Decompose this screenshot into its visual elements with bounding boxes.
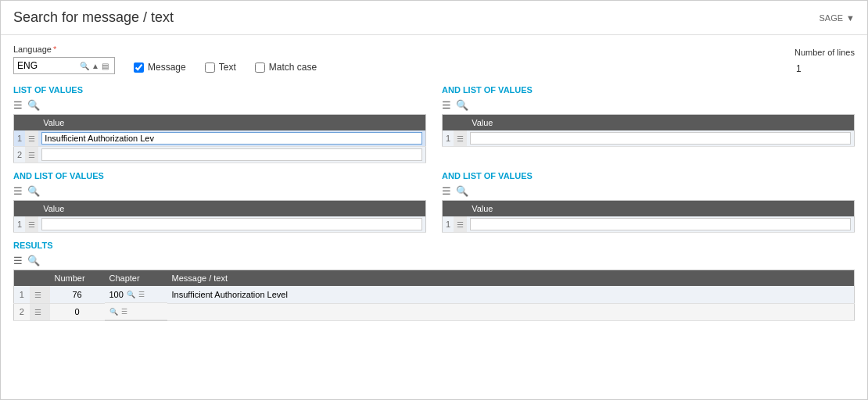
row-actions: ☰	[454, 216, 467, 233]
table-row: 1 ☰ 76 100 🔍☰ Insufficient Authorization…	[14, 286, 855, 303]
result-chapter: 🔍☰	[105, 303, 167, 320]
page-title: Search for message / text	[13, 9, 174, 26]
language-nav-up-icon[interactable]: ▲	[91, 61, 100, 71]
sections-row-1: LIST OF VALUES ☰ 🔍 Value	[13, 85, 855, 163]
search-icon-3[interactable]: 🔍	[27, 185, 40, 197]
value-input-2-1[interactable]	[470, 132, 851, 145]
text-checkbox-group: Text	[205, 62, 236, 73]
result-menu-icon[interactable]: ☰	[34, 308, 41, 316]
search-icon-1[interactable]: 🔍	[27, 99, 40, 111]
result-row-actions: ☰	[30, 286, 50, 303]
value-input-1-1[interactable]	[41, 132, 422, 145]
table-row: 1 ☰	[443, 130, 855, 147]
value-cell	[467, 216, 854, 233]
row-num: 1	[14, 216, 26, 233]
list-of-values-toolbar: ☰ 🔍	[13, 99, 426, 111]
dropdown-arrow-icon[interactable]: ▼	[846, 13, 855, 23]
and-list-of-values-table-2: Value 1 ☰	[13, 200, 426, 233]
row-num: 1	[443, 216, 454, 233]
copy-inline-icon-2[interactable]: ☰	[121, 308, 127, 316]
th-act-3	[25, 201, 38, 217]
result-menu-icon[interactable]: ☰	[34, 291, 41, 299]
row-menu-icon[interactable]: ☰	[28, 220, 35, 229]
sections-row-2: AND LIST OF VALUES ☰ 🔍 Value	[13, 171, 855, 233]
th-number: Number	[50, 270, 105, 287]
and-list-of-values-table-3: Value 1 ☰	[442, 200, 855, 233]
search-inline-icon-2[interactable]: 🔍	[109, 308, 118, 316]
value-input-1-2[interactable]	[41, 148, 422, 161]
th-value-1: Value	[38, 115, 425, 131]
list-icon-3[interactable]: ☰	[13, 185, 23, 197]
th-act-4	[454, 201, 467, 217]
results-search-icon[interactable]: 🔍	[27, 255, 40, 266]
search-inline-icon[interactable]: 🔍	[127, 291, 135, 298]
list-icon-1[interactable]: ☰	[13, 99, 23, 111]
results-list-icon[interactable]: ☰	[13, 255, 23, 266]
text-checkbox[interactable]	[205, 62, 215, 73]
value-cell	[467, 130, 854, 147]
list-of-values-panel: LIST OF VALUES ☰ 🔍 Value	[13, 85, 426, 163]
result-number: 76	[50, 286, 105, 303]
and-list-of-values-title-3: AND LIST OF VALUES	[442, 171, 855, 180]
search-icon-2[interactable]: 🔍	[456, 99, 468, 111]
value-cell	[38, 216, 425, 233]
num-lines-group: Number of lines 1	[794, 48, 855, 74]
and-list-of-values-panel-3: AND LIST OF VALUES ☰ 🔍 Value	[442, 171, 855, 233]
value-input-3-1[interactable]	[41, 218, 422, 230]
row-menu-icon[interactable]: ☰	[457, 220, 464, 229]
message-checkbox-group: Message	[134, 62, 186, 73]
language-search-icon[interactable]: 🔍	[79, 61, 90, 71]
and-list-of-values-panel-1: AND LIST OF VALUES ☰ 🔍 Value	[442, 85, 855, 163]
copy-inline-icon[interactable]: ☰	[138, 291, 145, 298]
results-table: Number Chapter Message / text 1 ☰ 76 100…	[13, 270, 855, 321]
row-num: 1	[443, 130, 454, 147]
content-area: Language * 🔍 ▲ ▤ Message	[1, 35, 867, 399]
required-star: *	[53, 45, 56, 54]
language-input[interactable]	[14, 59, 77, 73]
th-act-1	[25, 115, 38, 131]
th-num-3	[14, 201, 26, 217]
table-row: 1 ☰	[14, 130, 426, 147]
row-actions: ☰	[454, 130, 467, 147]
table-row: 1 ☰	[14, 216, 426, 233]
results-section: RESULTS ☰ 🔍 Number Chapter Message / tex…	[13, 241, 855, 321]
table-row: 2 ☰ 0 🔍☰	[14, 303, 855, 321]
language-input-wrapper[interactable]: 🔍 ▲ ▤	[13, 57, 115, 74]
result-row-num: 1	[14, 286, 30, 303]
and-list-toolbar-2: ☰ 🔍	[13, 185, 426, 197]
num-lines-label: Number of lines	[794, 48, 855, 57]
th-row-num	[14, 270, 30, 287]
row-menu-icon[interactable]: ☰	[457, 134, 464, 143]
match-case-checkbox[interactable]	[255, 62, 265, 73]
row-num: 2	[14, 147, 26, 163]
list-of-values-table: Value 1 ☰	[13, 114, 426, 163]
row-actions: ☰	[25, 130, 38, 147]
language-field-group: Language * 🔍 ▲ ▤	[13, 45, 115, 74]
sage-label: SAGE ▼	[820, 13, 855, 23]
value-input-4-1[interactable]	[470, 218, 851, 230]
match-case-checkbox-group: Match case	[255, 62, 317, 73]
list-icon-4[interactable]: ☰	[442, 185, 451, 197]
table-row: 1 ☰	[443, 216, 855, 233]
search-icon-4[interactable]: 🔍	[456, 185, 468, 197]
text-label: Text	[219, 62, 236, 73]
th-row-act	[30, 270, 50, 287]
th-value-2: Value	[467, 115, 854, 131]
result-chapter: 100 🔍☰	[105, 286, 167, 303]
row-menu-icon[interactable]: ☰	[28, 134, 35, 143]
message-checkbox[interactable]	[134, 62, 144, 73]
list-icon-2[interactable]: ☰	[442, 99, 451, 111]
result-message: Insufficient Authorization Level	[167, 286, 855, 303]
row-menu-icon[interactable]: ☰	[28, 151, 35, 159]
and-list-of-values-title-1: AND LIST OF VALUES	[442, 85, 855, 95]
th-chapter: Chapter	[105, 270, 167, 287]
result-row-num: 2	[14, 303, 30, 321]
th-num-4	[443, 201, 454, 217]
row-num: 1	[14, 130, 26, 147]
result-number: 0	[50, 303, 105, 321]
language-nav-down-icon[interactable]: ▤	[101, 61, 109, 71]
language-label: Language *	[13, 45, 115, 54]
table-row: 2 ☰	[14, 147, 426, 163]
result-message	[167, 303, 855, 321]
title-bar: Search for message / text SAGE ▼	[1, 1, 867, 35]
